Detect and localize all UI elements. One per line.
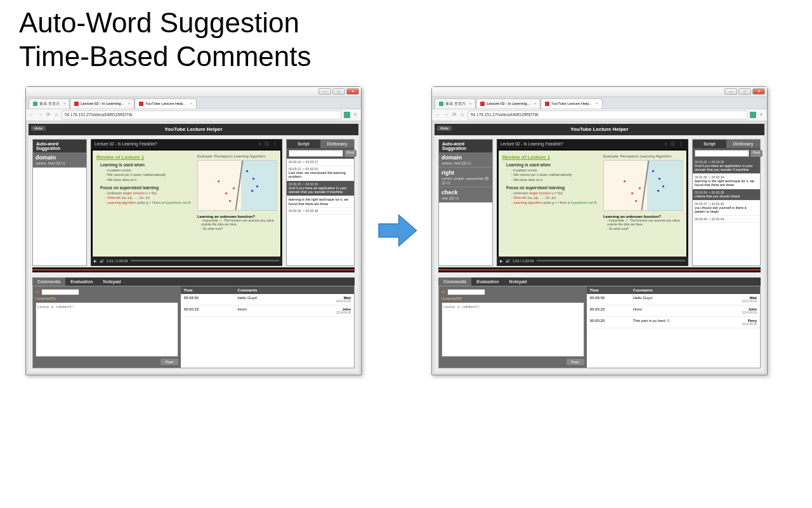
comment-row[interactable]: 00:00:23HmmJohn2014-04-26 bbox=[181, 305, 354, 316]
maximize-button[interactable]: □ bbox=[738, 88, 751, 95]
comment-row[interactable]: 00:00:20This part is so hard :'(Perry201… bbox=[587, 316, 760, 328]
reload-icon[interactable]: ⟳ bbox=[451, 112, 457, 118]
id-input[interactable] bbox=[41, 289, 79, 295]
browser-tab-active[interactable]: YouTube Lecture Help...× bbox=[540, 98, 603, 109]
transcript-segment[interactable]: 00:00:34 -> 00:00:38criteria that you sh… bbox=[693, 189, 760, 201]
browser-tab-active[interactable]: YouTube Lecture Help...× bbox=[134, 98, 197, 109]
close-icon[interactable]: × bbox=[596, 102, 598, 105]
home-icon[interactable]: ⌂ bbox=[459, 112, 466, 118]
close-button[interactable]: ✕ bbox=[752, 88, 765, 95]
tab-notepad[interactable]: Notepad bbox=[98, 277, 126, 286]
find-input[interactable] bbox=[695, 150, 749, 157]
home-icon[interactable]: ⌂ bbox=[53, 112, 60, 118]
minimize-button[interactable]: — bbox=[724, 88, 737, 95]
comment-row[interactable]: 00:08:50Hello Guys!Matt2014-04-26 bbox=[181, 294, 354, 305]
transcript-list[interactable]: 00:00:10 -> 00:00:1700:00:21 -> 00:00:25… bbox=[287, 159, 354, 265]
tab-evaluation[interactable]: Evaluation bbox=[65, 277, 98, 286]
close-icon[interactable]: × bbox=[469, 102, 472, 105]
maximize-button[interactable]: □ bbox=[332, 88, 345, 95]
video-controls[interactable]: ▶ 🔊 1:01 / 1:02:54 bbox=[497, 257, 688, 265]
id-input[interactable] bbox=[447, 289, 485, 295]
comment-textarea[interactable] bbox=[36, 302, 178, 357]
transcript-segment[interactable]: 00:00:10 -> 00:00:17 bbox=[287, 159, 354, 166]
tab-dictionary[interactable]: Dictionary bbox=[320, 140, 354, 148]
transcript-segment[interactable]: 00:00:25 -> 00:00:30And if you have an a… bbox=[693, 159, 760, 174]
transcript-segment[interactable]: 00:00:25 -> 00:00:30And if you have an a… bbox=[287, 181, 354, 196]
extension-icon[interactable] bbox=[344, 112, 350, 118]
timeline-strip[interactable] bbox=[438, 267, 761, 272]
tab-script[interactable]: Script bbox=[287, 140, 320, 148]
address-row: ← → ⟳ ⌂ 54.178.151.27/videos/bMfG35RDTfA… bbox=[26, 109, 361, 121]
transcript-segment[interactable]: 00:00:40 -> 00:00:44 bbox=[693, 216, 760, 223]
menu-icon[interactable]: ≡ bbox=[758, 112, 764, 118]
minimize-button[interactable]: — bbox=[318, 88, 331, 95]
address-bar[interactable]: 54.178.151.27/videos/bMfG35RDTfA bbox=[62, 110, 342, 119]
tab-script[interactable]: Script bbox=[693, 140, 726, 148]
url-text: 54.178.151.27/videos/bMfG35RDTfA bbox=[65, 112, 133, 117]
tab-comments[interactable]: Comments bbox=[438, 277, 471, 286]
find-input[interactable] bbox=[289, 150, 343, 157]
back-icon[interactable]: ← bbox=[435, 112, 441, 118]
comment-row[interactable]: 00:08:50Hello Guys!Matt2014-04-26 bbox=[587, 294, 760, 305]
tab-comments[interactable]: Comments bbox=[32, 277, 65, 286]
favicon-icon bbox=[33, 102, 37, 106]
slide-heading: Review of Lecture 1 bbox=[96, 154, 193, 160]
tab-notepad[interactable]: Notepad bbox=[504, 277, 532, 286]
menu-icon[interactable]: ≡ bbox=[352, 112, 358, 118]
transcript-segment[interactable]: 00:00:30 -> 00:00:34learning is the righ… bbox=[693, 174, 760, 189]
transcript-segment[interactable]: 00:00:21 -> 00:00:25Last time, we introd… bbox=[287, 166, 354, 181]
tab-dictionary[interactable]: Dictionary bbox=[726, 140, 760, 148]
forward-icon[interactable]: → bbox=[37, 112, 43, 118]
autoword-item[interactable]: rightcorrect, proper, appropriate [형용사] bbox=[439, 168, 492, 187]
svg-marker-0 bbox=[379, 215, 417, 246]
close-icon[interactable]: × bbox=[534, 102, 537, 105]
video-controls[interactable]: ▶ 🔊 1:01 / 1:02:54 bbox=[91, 257, 282, 265]
seek-bar[interactable] bbox=[537, 260, 685, 262]
script-panel: Script Dictionary Find 00:00:10 -> 00:00… bbox=[286, 139, 355, 266]
transcript-list[interactable]: 00:00:25 -> 00:00:30And if you have an a… bbox=[693, 159, 760, 265]
browser-tab[interactable]: 동의 요표기× bbox=[435, 98, 476, 109]
volume-icon[interactable]: 🔊 bbox=[506, 259, 510, 263]
close-icon[interactable]: × bbox=[190, 102, 192, 105]
find-button[interactable]: Find bbox=[750, 150, 763, 157]
autoword-item[interactable]: domain sphere, field [명사] bbox=[33, 152, 86, 168]
video-panel: Lecture 02 - Is Learning Feasible?< ⓘ ⋮ … bbox=[497, 139, 688, 266]
app-header: Hide YouTube Lecture Helper bbox=[29, 124, 358, 135]
find-button[interactable]: Find bbox=[344, 150, 357, 157]
forward-icon[interactable]: → bbox=[443, 112, 449, 118]
close-icon[interactable]: × bbox=[128, 102, 131, 105]
reload-icon[interactable]: ⟳ bbox=[45, 112, 51, 118]
autoword-item[interactable]: checkstop [명사] bbox=[439, 187, 492, 203]
favicon-icon bbox=[545, 102, 549, 106]
transcript-segment[interactable]: learning is the right technique for it, … bbox=[287, 196, 354, 208]
autoword-item[interactable]: domainsphere, field [명사] bbox=[439, 152, 492, 168]
play-icon[interactable]: ▶ bbox=[500, 259, 503, 263]
back-icon[interactable]: ← bbox=[29, 112, 35, 118]
extension-icon[interactable] bbox=[750, 112, 756, 118]
volume-icon[interactable]: 🔊 bbox=[100, 259, 104, 263]
address-bar[interactable]: 54.178.151.27/videos/bMfG35RDTfA bbox=[468, 110, 748, 119]
autoword-panel: Auto-word Suggestion domainsphere, field… bbox=[438, 139, 493, 266]
tab-evaluation[interactable]: Evaluation bbox=[471, 277, 504, 286]
browser-tab[interactable]: Lecture 02 - Is Learning...× bbox=[476, 98, 540, 109]
post-button[interactable]: Post bbox=[566, 359, 584, 365]
hide-button[interactable]: Hide bbox=[31, 126, 46, 131]
app-title: YouTube Lecture Helper bbox=[570, 126, 628, 132]
transcript-segment[interactable]: 00:00:34 -> 00:00:38 bbox=[287, 208, 354, 215]
transcript-segment[interactable]: 00:00:37 -> 00:00:40you should ask yours… bbox=[693, 201, 760, 216]
tab-strip: 동의 요표기× Lecture 02 - Is Learning...× You… bbox=[26, 97, 361, 109]
close-icon[interactable]: × bbox=[63, 102, 66, 105]
post-button[interactable]: Post bbox=[160, 359, 178, 365]
comment-row[interactable]: 00:00:23HmmJohn2014-04-26 bbox=[587, 305, 760, 316]
comment-textarea[interactable] bbox=[442, 302, 584, 357]
close-button[interactable]: ✕ bbox=[346, 88, 359, 95]
share-icons[interactable]: < ⓘ ⋮ bbox=[665, 142, 684, 147]
hide-button[interactable]: Hide bbox=[437, 126, 452, 131]
seek-bar[interactable] bbox=[131, 260, 279, 262]
play-icon[interactable]: ▶ bbox=[94, 259, 97, 263]
browser-tab[interactable]: 동의 요표기× bbox=[29, 98, 70, 109]
app-title: YouTube Lecture Helper bbox=[164, 126, 222, 132]
timeline-strip[interactable] bbox=[32, 267, 355, 272]
share-icons[interactable]: < ⓘ ⋮ bbox=[259, 142, 278, 147]
browser-tab[interactable]: Lecture 02 - Is Learning...× bbox=[70, 98, 134, 109]
